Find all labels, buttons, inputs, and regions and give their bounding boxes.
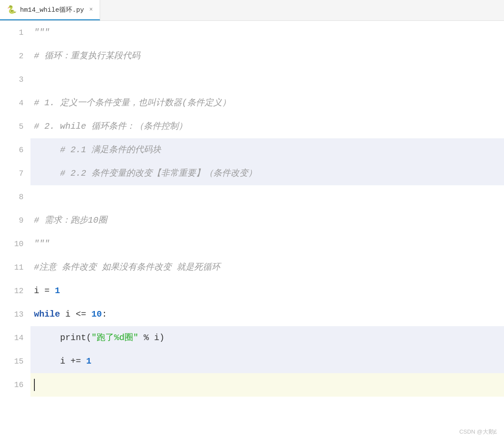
line13-cond: i <= [60, 303, 91, 326]
line4-text: # 1. 定义一个条件变量，也叫计数器(条件定义） [34, 91, 231, 115]
line-num-12: 12 [0, 279, 24, 303]
line14-rest: % i) [138, 326, 165, 350]
line7-text: # 2.2 条件变量的改变【非常重要】（条件改变） [60, 162, 257, 185]
code-line-1: """ [30, 21, 504, 44]
line1-text: """ [34, 21, 50, 44]
file-tab[interactable]: 🐍 hm14_while循环.py × [0, 0, 100, 20]
code-line-6: # 2.1 满足条件的代码块 [30, 138, 504, 162]
line5-text: # 2. while 循环条件：（条件控制） [34, 115, 187, 138]
line9-text: # 需求：跑步10圈 [34, 209, 107, 232]
line-num-15: 15 [0, 350, 24, 373]
tab-filename: hm14_while循环.py [20, 6, 84, 14]
line13-while: while [34, 303, 60, 326]
line-num-6: 6 [0, 138, 24, 162]
line14-print: print( [60, 326, 91, 350]
code-line-13: while i <= 10: [30, 303, 504, 326]
line12-num: 1 [55, 279, 60, 303]
line-num-8: 8 [0, 185, 24, 209]
line13-colon: : [102, 303, 107, 326]
text-cursor [34, 379, 35, 391]
python-icon: 🐍 [7, 5, 17, 14]
line-num-1: 1 [0, 21, 24, 44]
editor: 1 2 3 4 5 6 7 8 9 10 11 12 13 14 15 16 "… [0, 21, 504, 441]
line11-text: #注意 条件改变 如果没有条件改变 就是死循环 [34, 256, 220, 279]
line-num-11: 11 [0, 256, 24, 279]
code-line-5: # 2. while 循环条件：（条件控制） [30, 115, 504, 138]
line12-i: i = [34, 279, 55, 303]
code-line-2: # 循环：重复执行某段代码 [30, 44, 504, 68]
line-num-10: 10 [0, 232, 24, 256]
line-num-13: 13 [0, 303, 24, 326]
watermark: CSDN @大鹅£ [459, 428, 497, 436]
line15-num: 1 [86, 350, 91, 373]
line14-str: "跑了%d圈" [91, 326, 138, 350]
line15-i: i += [60, 350, 86, 373]
line-num-2: 2 [0, 44, 24, 68]
line-numbers: 1 2 3 4 5 6 7 8 9 10 11 12 13 14 15 16 [0, 21, 30, 441]
code-line-15: i += 1 [30, 350, 504, 373]
line-num-5: 5 [0, 115, 24, 138]
line-num-7: 7 [0, 162, 24, 185]
code-line-8 [30, 185, 504, 209]
line2-text: # 循环：重复执行某段代码 [34, 44, 140, 68]
code-line-4: # 1. 定义一个条件变量，也叫计数器(条件定义） [30, 91, 504, 115]
tab-bar: 🐍 hm14_while循环.py × [0, 0, 504, 21]
line6-text: # 2.1 满足条件的代码块 [60, 138, 161, 162]
close-tab-button[interactable]: × [89, 6, 93, 13]
line-num-4: 4 [0, 91, 24, 115]
line-num-3: 3 [0, 68, 24, 91]
code-line-12: i = 1 [30, 279, 504, 303]
line-num-16: 16 [0, 373, 24, 397]
code-line-11: #注意 条件改变 如果没有条件改变 就是死循环 [30, 256, 504, 279]
code-line-16 [30, 373, 504, 397]
line10-text: """ [34, 232, 50, 256]
code-area[interactable]: """ # 循环：重复执行某段代码 # 1. 定义一个条件变量，也叫计数器(条件… [30, 21, 504, 441]
code-line-9: # 需求：跑步10圈 [30, 209, 504, 232]
code-line-7: # 2.2 条件变量的改变【非常重要】（条件改变） [30, 162, 504, 185]
code-line-14: print("跑了%d圈" % i) [30, 326, 504, 350]
line-num-9: 9 [0, 209, 24, 232]
code-line-10: """ [30, 232, 504, 256]
code-line-3 [30, 68, 504, 91]
line13-num: 10 [91, 303, 102, 326]
editor-wrapper: 1 2 3 4 5 6 7 8 9 10 11 12 13 14 15 16 "… [0, 21, 504, 441]
line-num-14: 14 [0, 326, 24, 350]
